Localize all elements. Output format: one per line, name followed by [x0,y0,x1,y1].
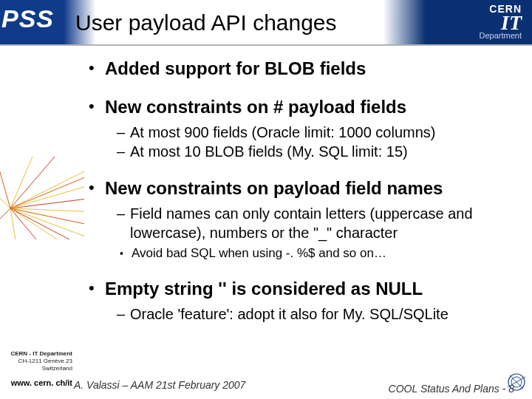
svg-line-11 [10,157,55,208]
bullet-3: New constraints on payload field names F… [89,177,522,262]
address-line-3: Switzerland [4,365,72,372]
site-url: www. cern. ch/it [1,378,72,387]
bullet-2: New constraints on # payload fields At m… [89,96,522,161]
address-line-2: CH-1211 Genève 23 [4,358,72,365]
svg-line-13 [0,208,10,231]
bullet-2-sub-1: At most 900 fields (Oracle limit: 1000 c… [117,123,522,142]
svg-line-0 [10,164,84,208]
logo-it-text: IT [480,15,522,31]
address-block: CERN - IT Department CH-1211 Genève 23 S… [4,350,72,372]
svg-line-8 [10,208,77,239]
svg-line-19 [510,375,523,389]
bullet-3-sub-sub-1: Avoid bad SQL when using -. %$ and so on… [120,245,522,262]
bullet-2-sub-2: At most 10 BLOB fields (My. SQL limit: 1… [117,142,522,161]
bullet-2-text: New constraints on # payload fields [105,96,522,118]
left-column: CERN - IT Department CH-1211 Genève 23 S… [0,46,72,399]
header-bar: PSS User payload API changes CERN IT Dep… [0,0,532,46]
particle-burst-image [0,157,84,239]
header-rule [0,44,532,46]
slide: PSS User payload API changes CERN IT Dep… [0,0,532,399]
svg-line-15 [10,208,47,239]
bullet-3-sub-1: Field names can only contain letters (up… [117,204,522,242]
page-title: User payload API changes [75,10,337,35]
address-line-1: CERN - IT Department [4,350,72,358]
svg-line-4 [10,208,84,212]
pss-logo: PSS [1,4,64,37]
logo-dept-text: Department [480,31,522,40]
bullet-4-sub-1: Oracle 'feature': adopt it also for My. … [117,304,522,324]
bullet-list: Added support for BLOB fields New constr… [89,58,522,324]
bullet-4-text: Empty string '' is considered as NULL [105,278,522,300]
bullet-1: Added support for BLOB fields [89,58,522,80]
svg-line-9 [0,157,10,208]
footer-left: A. Valassi – AAM 21st February 2007 [74,379,245,391]
footer: A. Valassi – AAM 21st February 2007 COOL… [74,378,526,395]
pss-text: PSS [1,4,54,33]
svg-line-6 [10,208,84,239]
bullet-4: Empty string '' is considered as NULL Or… [89,278,522,324]
svg-line-7 [10,208,84,239]
bullet-1-text: Added support for BLOB fields [105,58,522,80]
bullet-3-text: New constraints on payload field names [105,177,522,200]
cern-it-logo: CERN IT Department [480,3,522,40]
footer-right: COOL Status And Plans - 8 [389,383,514,395]
content-body: Added support for BLOB fields New constr… [89,58,522,331]
cern-round-logo-icon [505,371,528,393]
